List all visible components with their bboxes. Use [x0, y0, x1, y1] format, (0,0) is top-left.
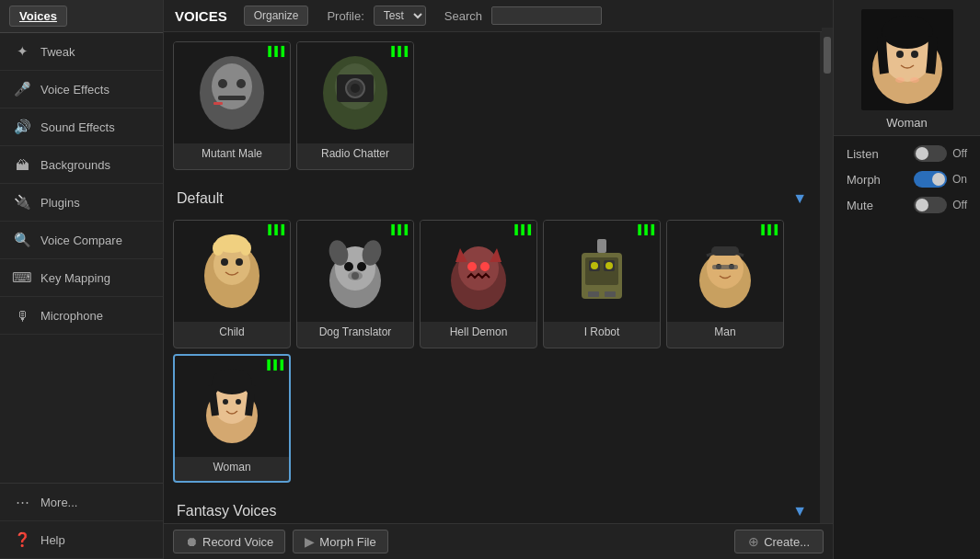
default-voices-grid: ▐▐▐ Child	[173, 220, 811, 483]
vi-child: ▐▐▐	[265, 224, 284, 234]
listen-toggle[interactable]	[914, 145, 947, 162]
default-section-header: Default ▼	[173, 185, 811, 212]
svg-point-50	[236, 399, 241, 405]
sidebar-item-plugins[interactable]: 🔌 Plugins	[0, 184, 163, 222]
svg-point-37	[605, 262, 613, 269]
morph-label: Morph	[847, 173, 881, 187]
voices-scroll[interactable]: ▐▐▐ Mutant Male ▐▐▐	[164, 32, 820, 523]
sidebar-label-plugins: Plugins	[40, 196, 80, 210]
voice-img-demon: ▐▐▐	[421, 221, 536, 322]
voice-indicator: ▐▐▐	[265, 46, 284, 56]
svg-point-51	[212, 369, 252, 394]
listen-state: Off	[952, 147, 967, 160]
morph-icon: ▶	[305, 534, 315, 549]
voices-area: ▐▐▐ Mutant Male ▐▐▐	[164, 32, 833, 523]
listen-toggle-group: Off	[914, 145, 967, 162]
svg-point-23	[357, 262, 366, 271]
svg-point-79	[895, 77, 905, 83]
sidebar-item-backgrounds[interactable]: 🏔 Backgrounds	[0, 146, 163, 184]
svg-point-49	[223, 399, 228, 405]
voice-label-child: Child	[217, 322, 246, 342]
sidebar-item-sound-effects[interactable]: 🔊 Sound Effects	[0, 108, 163, 146]
mute-toggle[interactable]	[914, 197, 947, 213]
search-input[interactable]	[491, 6, 602, 25]
morph-toggle-group: On	[914, 171, 967, 188]
voice-effects-icon: 🎤	[13, 80, 31, 98]
svg-point-77	[911, 51, 918, 58]
morph-state: On	[952, 173, 967, 186]
voice-card-dog-translator[interactable]: ▐▐▐ Dog Translator	[296, 220, 414, 348]
voice-label-dog: Dog Translator	[317, 322, 394, 342]
mute-toggle-group: Off	[914, 197, 967, 213]
listen-control: Listen Off	[847, 145, 967, 162]
profile-select[interactable]: Test	[374, 6, 426, 26]
voice-label-woman: Woman	[211, 457, 252, 477]
mute-control: Mute Off	[847, 197, 967, 213]
sidebar-item-help[interactable]: ❓ Help	[0, 521, 163, 559]
key-mapping-icon: ⌨	[13, 268, 31, 287]
voice-card-hell-demon[interactable]: ▐▐▐ Hell Demon	[420, 220, 537, 348]
sidebar-label-tweak: Tweak	[40, 45, 75, 59]
main-panel: VOICES Organize Profile: Test Search ▐▐▐	[164, 0, 833, 559]
listen-knob	[916, 147, 928, 160]
controls-area: Listen Off Morph On Mute	[834, 136, 980, 232]
sidebar-label-backgrounds: Backgrounds	[40, 158, 110, 172]
default-section-title: Default	[177, 190, 224, 207]
sidebar-item-voice-effects[interactable]: 🎤 Voice Effects	[0, 71, 163, 108]
svg-point-17	[240, 241, 251, 256]
sidebar-label-microphone: Microphone	[40, 309, 103, 323]
preview-image	[861, 9, 953, 110]
sidebar-item-microphone[interactable]: 🎙 Microphone	[0, 297, 163, 335]
svg-point-13	[221, 258, 228, 266]
create-icon: ⊕	[748, 534, 759, 549]
mute-label: Mute	[847, 199, 873, 212]
voice-label-demon: Hell Demon	[448, 322, 510, 342]
morph-file-button[interactable]: ▶ Morph File	[293, 530, 387, 553]
sidebar-item-voice-compare[interactable]: 🔍 Voice Compare	[0, 222, 163, 259]
sidebar-label-more: More...	[40, 496, 77, 509]
svg-point-16	[213, 241, 224, 256]
svg-point-2	[218, 79, 227, 88]
create-button[interactable]: ⊕ Create...	[734, 530, 824, 553]
top-voices-grid: ▐▐▐ Mutant Male ▐▐▐	[173, 41, 811, 170]
voice-card-man[interactable]: ▐▐▐ Man	[666, 220, 784, 348]
vi-demon: ▐▐▐	[512, 224, 531, 234]
morph-control: Morph On	[847, 171, 967, 188]
organize-button[interactable]: Organize	[244, 6, 309, 26]
voices-button[interactable]: Voices	[9, 6, 67, 27]
vi-robot: ▐▐▐	[635, 224, 654, 234]
wrench-icon: ✦	[13, 42, 31, 61]
right-panel-scrollbar[interactable]	[822, 28, 833, 303]
voice-card-radio-chatter[interactable]: ▐▐▐ Radio Chatter	[296, 41, 414, 170]
voice-label-mutant-male: Mutant Male	[200, 143, 264, 164]
voice-img-man: ▐▐▐	[667, 221, 783, 322]
voice-compare-icon: 🔍	[13, 231, 31, 249]
morph-file-label: Morph File	[319, 535, 375, 549]
voice-card-child[interactable]: ▐▐▐ Child	[173, 220, 291, 348]
voice-card-woman[interactable]: ▐▐▐ Woman	[173, 354, 291, 483]
default-collapse-arrow[interactable]: ▼	[792, 190, 807, 207]
svg-rect-39	[605, 291, 616, 297]
voice-card-mutant-male[interactable]: ▐▐▐ Mutant Male	[173, 41, 291, 170]
sidebar-bottom: ⋯ More... ❓ Help	[0, 483, 163, 559]
voice-img-radio-chatter: ▐▐▐	[297, 42, 413, 143]
preview-name: Woman	[886, 116, 928, 130]
fantasy-collapse-arrow[interactable]: ▼	[792, 503, 807, 519]
svg-rect-4	[218, 96, 246, 100]
sidebar-item-key-mapping[interactable]: ⌨ Key Mapping	[0, 259, 163, 297]
microphone-icon: 🎙	[13, 306, 31, 325]
page-title: VOICES	[175, 8, 227, 24]
morph-toggle[interactable]	[914, 171, 947, 188]
sidebar-item-tweak[interactable]: ✦ Tweak	[0, 33, 163, 71]
sidebar-item-more[interactable]: ⋯ More...	[0, 484, 163, 521]
bottom-bar: ⏺ Record Voice ▶ Morph File ⊕ Create...	[164, 523, 833, 559]
profile-label: Profile:	[327, 9, 363, 23]
svg-rect-38	[588, 291, 599, 297]
voice-card-i-robot[interactable]: ▐▐▐ I Robot	[543, 220, 661, 348]
record-voice-button[interactable]: ⏺ Record Voice	[173, 530, 285, 553]
sidebar-top: Voices	[0, 0, 163, 33]
svg-point-80	[910, 77, 919, 83]
voice-img-robot: ▐▐▐	[544, 221, 660, 322]
sidebar-label-sound-effects: Sound Effects	[40, 120, 115, 134]
morph-knob	[932, 173, 945, 186]
